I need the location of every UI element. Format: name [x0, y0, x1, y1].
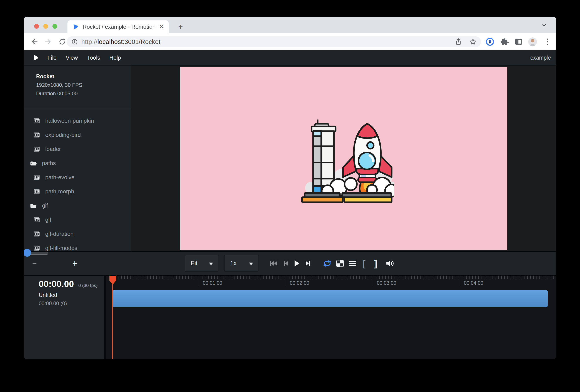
volume-button[interactable]	[385, 252, 396, 275]
url-protocol: http://	[81, 38, 98, 45]
loop-icon	[322, 260, 332, 267]
size-fit-value: Fit	[191, 260, 198, 267]
tab-title: Rocket / example - Remotion P	[83, 23, 158, 30]
ruler-label: 00:02.00	[290, 280, 309, 286]
timeline-ruler[interactable]	[113, 276, 556, 279]
sidebar-item-label: gif	[42, 202, 48, 209]
sidebar-folder-paths[interactable]: paths	[24, 156, 131, 170]
track-start-time: 00:00.00 (0)	[39, 300, 104, 306]
extensions-puzzle-icon[interactable]	[500, 37, 510, 47]
next-frame-button[interactable]	[304, 252, 312, 275]
previous-frame-icon	[283, 260, 289, 267]
tab-search-chevron-icon[interactable]	[541, 22, 547, 29]
folder-open-icon	[30, 203, 37, 208]
sidebar-item-label: gif-duration	[45, 231, 74, 237]
composition-info: Rocket 1920x1080, 30 FPS Duration 00:05.…	[24, 65, 131, 108]
url-bar[interactable]: http://localhost:3001/Rocket	[67, 36, 481, 47]
composition-canvas[interactable]	[180, 67, 507, 250]
sidebar-item-halloween-pumpkin[interactable]: halloween-pumpkin	[24, 114, 131, 128]
film-icon	[34, 147, 40, 152]
side-panel-icon[interactable]	[514, 37, 523, 47]
compositions-sidebar: Rocket 1920x1080, 30 FPS Duration 00:05.…	[24, 65, 132, 251]
sidebar-item-exploding-bird[interactable]: exploding-bird	[24, 128, 131, 142]
sidebar-item-gif[interactable]: gif	[24, 213, 131, 227]
rocket-illustration	[293, 113, 394, 204]
forward-button[interactable]	[44, 37, 53, 46]
in-point-icon: [	[362, 258, 365, 269]
url-text: http://localhost:3001/Rocket	[81, 38, 160, 45]
set-in-point-button[interactable]: [	[361, 252, 367, 275]
menu-tools[interactable]: Tools	[87, 54, 100, 61]
out-point-icon: ]	[374, 258, 377, 269]
timeline-panel-toggle-button[interactable]	[348, 252, 358, 275]
minimize-window-button[interactable]	[43, 24, 48, 29]
sidebar-item-label: path-evolve	[45, 174, 74, 181]
project-name-label: example	[530, 55, 551, 61]
film-icon	[34, 118, 40, 123]
menu-file[interactable]: File	[47, 54, 57, 61]
composition-resolution: 1920x1080, 30 FPS	[36, 82, 125, 88]
film-icon	[34, 232, 40, 237]
url-host: localhost	[98, 38, 123, 45]
menu-view[interactable]: View	[66, 54, 78, 61]
back-button[interactable]	[30, 37, 39, 46]
tab-strip: Rocket / example - Remotion P ✕ +	[24, 17, 556, 33]
checkerboard-icon	[336, 260, 344, 267]
film-icon	[34, 132, 40, 137]
sidebar-item-path-morph[interactable]: path-morph	[24, 184, 131, 199]
previous-frame-button[interactable]	[282, 252, 290, 275]
zoom-window-button[interactable]	[52, 24, 57, 29]
size-fit-dropdown[interactable]: Fit	[185, 255, 218, 271]
bookmark-star-icon[interactable]	[469, 38, 477, 45]
skip-to-start-button[interactable]	[269, 252, 279, 275]
sidebar-item-label: gif-fill-modes	[45, 245, 77, 251]
ruler-label: 00:03.00	[377, 280, 396, 286]
browser-menu-icon[interactable]	[543, 37, 552, 47]
window-controls	[34, 24, 57, 29]
playhead-line[interactable]	[112, 276, 113, 359]
set-out-point-button[interactable]: ]	[372, 252, 379, 275]
chevron-down-icon	[249, 262, 253, 265]
sidebar-item-label: halloween-pumpkin	[45, 118, 94, 124]
remotion-favicon	[73, 24, 79, 30]
transparency-toggle-button[interactable]	[335, 252, 345, 275]
reload-button[interactable]	[58, 37, 67, 46]
track-name: Untitled	[39, 292, 104, 298]
timeline-track-area[interactable]: 00:01.00 00:02.00 00:03.00 00:04.00	[106, 276, 556, 359]
menu-help[interactable]: Help	[109, 54, 121, 61]
next-frame-icon	[305, 260, 311, 267]
timeline-zoom-out-button[interactable]: −	[32, 252, 37, 275]
speaker-icon	[386, 260, 395, 267]
tab-close-icon[interactable]: ✕	[158, 23, 165, 30]
ruler-label: 00:04.00	[464, 280, 483, 286]
ruler-major-tick	[461, 276, 461, 286]
playback-speed-dropdown[interactable]: 1x	[224, 255, 259, 271]
share-icon[interactable]	[455, 38, 462, 46]
sidebar-item-gif-fill-modes[interactable]: gif-fill-modes	[24, 241, 131, 251]
close-window-button[interactable]	[34, 24, 39, 29]
browser-toolbar: http://localhost:3001/Rocket	[24, 33, 556, 50]
sidebar-item-path-evolve[interactable]: path-evolve	[24, 170, 131, 184]
film-icon	[34, 246, 40, 251]
browser-tab[interactable]: Rocket / example - Remotion P ✕	[67, 20, 169, 33]
timeline-zoom-in-button[interactable]: +	[72, 252, 77, 275]
current-timecode: 00:00.00	[39, 279, 74, 289]
sidebar-item-gif-duration[interactable]: gif-duration	[24, 227, 131, 241]
film-icon	[34, 217, 40, 222]
playhead-handle[interactable]	[109, 276, 116, 285]
remotion-logo-icon[interactable]	[33, 54, 39, 61]
play-icon	[293, 260, 300, 267]
profile-avatar[interactable]	[528, 37, 537, 47]
timeline-clip-untitled[interactable]	[113, 290, 548, 307]
sidebar-folder-gif[interactable]: gif	[24, 199, 131, 213]
sidebar-item-label: gif	[45, 216, 51, 223]
film-icon	[34, 189, 40, 194]
zoom-slider-knob[interactable]	[24, 249, 31, 257]
onepassword-extension-icon[interactable]	[485, 37, 495, 47]
composition-duration: Duration 00:05.00	[36, 91, 125, 97]
site-info-icon[interactable]	[71, 38, 78, 45]
play-button[interactable]	[292, 252, 301, 275]
loop-toggle-button[interactable]	[321, 252, 333, 275]
new-tab-button[interactable]: +	[176, 22, 185, 31]
sidebar-item-loader[interactable]: loader	[24, 142, 131, 156]
